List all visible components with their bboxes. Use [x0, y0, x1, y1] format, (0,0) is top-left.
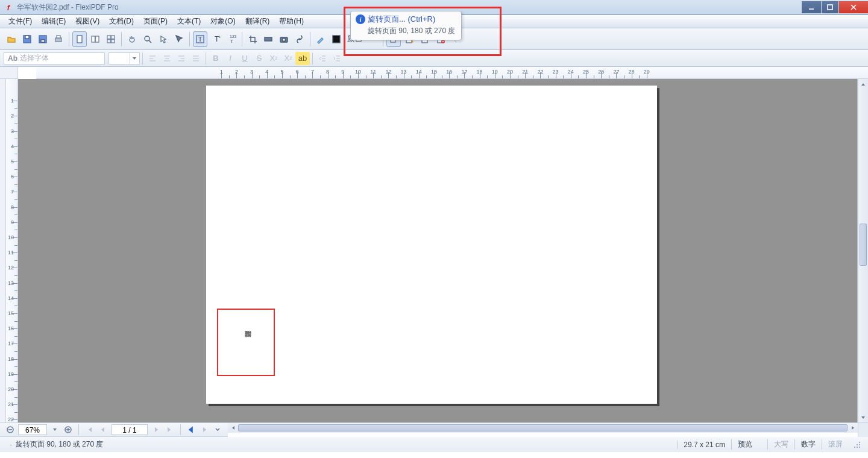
app-icon: f	[4, 2, 13, 12]
menu-translate[interactable]: 翻译(R)	[241, 15, 275, 28]
resize-grip-icon[interactable]	[852, 440, 862, 450]
nav-overflow-icon[interactable]	[212, 424, 224, 436]
align-justify-icon[interactable]	[189, 52, 203, 65]
zoom-in-button[interactable]	[62, 424, 74, 436]
svg-rect-1	[828, 5, 832, 10]
highlight-icon[interactable]: ab	[295, 52, 310, 65]
next-page-button[interactable]	[151, 424, 163, 436]
window-maximize-button[interactable]	[822, 1, 838, 13]
page-number-field[interactable]: 1 / 1	[112, 424, 148, 435]
vertical-scroll-thumb[interactable]	[860, 224, 867, 266]
nav-forward-button[interactable]	[198, 424, 210, 436]
status-dimensions: 29.7 x 21 cm	[677, 441, 731, 449]
svg-rect-9	[57, 36, 60, 38]
zoom-dropdown-icon[interactable]	[49, 424, 61, 436]
svg-point-27	[283, 38, 286, 41]
svg-rect-10	[77, 36, 82, 43]
redact-tool-icon[interactable]	[261, 31, 275, 47]
underline-icon[interactable]: U	[237, 52, 252, 65]
menu-text[interactable]: 文本(T)	[172, 15, 206, 28]
horizontal-scroll-thumb[interactable]	[238, 424, 848, 431]
open-icon[interactable]	[4, 31, 19, 47]
menu-file[interactable]: 文件(F)	[4, 15, 37, 28]
scroll-up-icon[interactable]	[858, 79, 868, 89]
svg-rect-12	[96, 36, 99, 42]
two-page-view-icon[interactable]	[88, 31, 102, 47]
subscript-icon[interactable]: X2	[281, 52, 295, 65]
annotation-rectangle[interactable]	[217, 309, 275, 376]
highlighter-tool-icon[interactable]	[313, 31, 328, 47]
document-canvas[interactable]: 华军软件园	[18, 79, 858, 422]
snapshot-tool-icon[interactable]	[277, 31, 291, 47]
scrollbar-corner	[858, 422, 868, 437]
svg-text:+: +	[218, 34, 221, 40]
svg-rect-25	[265, 37, 272, 41]
window-minimize-button[interactable]	[802, 1, 821, 13]
scroll-down-icon[interactable]	[858, 412, 868, 422]
color-swatch-icon[interactable]	[329, 31, 344, 47]
font-prefix-label: Ab	[8, 54, 17, 63]
menu-help[interactable]: 帮助(H)	[274, 15, 309, 28]
indent-left-icon[interactable]	[315, 52, 330, 65]
status-caps: 大写	[767, 439, 794, 450]
nav-back-button[interactable]	[185, 424, 197, 436]
horizontal-scrollbar[interactable]	[228, 422, 858, 433]
align-right-icon[interactable]	[174, 52, 189, 65]
svg-rect-15	[107, 39, 111, 43]
single-page-view-icon[interactable]	[72, 31, 87, 47]
align-left-icon[interactable]	[145, 52, 160, 65]
first-page-button[interactable]	[83, 424, 95, 436]
status-hint: 旋转页面 90, 180 或 270 度	[16, 439, 103, 450]
menu-document[interactable]: 文档(D)	[104, 15, 139, 28]
align-center-icon[interactable]	[160, 52, 174, 65]
text-plus-icon[interactable]: T+	[209, 31, 223, 47]
bold-icon[interactable]: B	[209, 52, 223, 65]
hand-tool-icon[interactable]	[125, 31, 139, 47]
italic-icon[interactable]: I	[223, 52, 237, 65]
font-placeholder: 选择字体	[20, 53, 49, 63]
zoom-tool-icon[interactable]	[140, 31, 155, 47]
svg-line-18	[149, 40, 151, 43]
scroll-left-icon[interactable]	[228, 423, 238, 433]
window-close-button[interactable]	[839, 1, 868, 13]
select-tool-icon[interactable]	[172, 31, 186, 47]
prev-page-button[interactable]	[96, 424, 108, 436]
print-icon[interactable]	[51, 31, 66, 47]
svg-rect-7	[41, 40, 45, 42]
text-tool-icon[interactable]: T	[193, 31, 207, 47]
indent-right-icon[interactable]	[330, 52, 344, 65]
link-tool-icon[interactable]	[292, 31, 307, 47]
ruler-corner	[0, 67, 18, 79]
dropdown-caret-icon[interactable]	[130, 53, 138, 64]
font-family-field[interactable]: Ab 选择字体	[4, 52, 105, 64]
vertical-scrollbar[interactable]	[858, 79, 868, 422]
save-as-icon[interactable]	[36, 31, 50, 47]
horizontal-ruler[interactable]: 1234567891011121314151617181920212223242…	[36, 67, 868, 79]
zoom-out-button[interactable]	[4, 424, 16, 436]
crop-tool-icon[interactable]	[245, 31, 260, 47]
menu-view[interactable]: 视图(V)	[71, 15, 104, 28]
save-icon[interactable]	[20, 31, 34, 47]
vertical-ruler[interactable]: 12345678910111213141516171819202122	[6, 79, 18, 422]
menu-object[interactable]: 对象(O)	[206, 15, 240, 28]
pdf-page[interactable]: 华军软件园	[206, 86, 657, 404]
scroll-right-icon[interactable]	[848, 423, 858, 433]
svg-rect-13	[107, 36, 111, 39]
pointer-tool-icon[interactable]	[156, 31, 171, 47]
format-toolbar: Ab 选择字体 B I U S X2 X2 ab	[0, 50, 868, 67]
svg-point-63	[859, 447, 860, 448]
superscript-icon[interactable]: X2	[266, 52, 281, 65]
tooltip-title: 旋转页面... (Ctrl+R)	[368, 14, 435, 25]
svg-text:T: T	[198, 36, 203, 43]
last-page-button[interactable]	[164, 424, 176, 436]
svg-rect-16	[112, 39, 115, 43]
continuous-view-icon[interactable]	[104, 31, 118, 47]
menu-page[interactable]: 页面(P)	[139, 15, 172, 28]
zoom-value[interactable]: 67%	[18, 424, 47, 435]
strikethrough-icon[interactable]: S	[252, 52, 266, 65]
menu-edit[interactable]: 编辑(E)	[37, 15, 71, 28]
svg-rect-8	[55, 38, 61, 42]
font-size-field[interactable]	[108, 52, 140, 64]
vertical-text-icon[interactable]: 123T	[224, 31, 239, 47]
status-preview[interactable]: 预览	[731, 439, 767, 450]
